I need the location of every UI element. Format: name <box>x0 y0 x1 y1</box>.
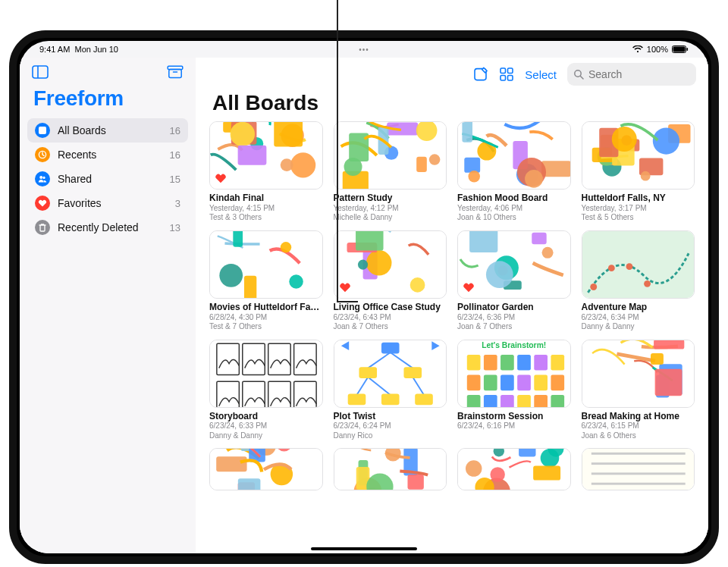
ipad-screen: 9:41 AM Mon Jun 10 ••• 100% Freeform All… <box>20 41 708 553</box>
svg-rect-107 <box>381 393 399 405</box>
svg-rect-104 <box>359 367 377 378</box>
board-card[interactable]: The Student Chronicle <box>582 448 695 490</box>
search-field[interactable] <box>567 63 696 86</box>
board-title: Living Office Case Study <box>334 302 447 313</box>
board-title: Bread Making at Home <box>582 412 695 422</box>
board-participants: Test & 7 Others <box>209 322 323 332</box>
board-title: Plot Twist <box>334 412 447 422</box>
board-card[interactable]: Pattern StudyYesterday, 4:12 PMMichelle … <box>334 121 447 223</box>
board-thumbnail <box>334 121 447 190</box>
svg-rect-29 <box>274 122 303 147</box>
new-board-icon[interactable] <box>473 67 488 82</box>
svg-rect-6 <box>169 70 181 78</box>
svg-rect-94 <box>217 343 240 374</box>
sidebar-item-label: Favorites <box>58 197 102 209</box>
svg-point-78 <box>542 247 554 258</box>
svg-rect-152 <box>407 475 423 490</box>
sidebar-item-recents[interactable]: Recents16 <box>27 143 188 167</box>
sidebar-item-recently-deleted[interactable]: Recently Deleted13 <box>27 215 188 240</box>
svg-rect-84 <box>532 233 546 245</box>
svg-point-63 <box>640 171 650 181</box>
svg-rect-121 <box>500 374 514 390</box>
svg-rect-75 <box>356 231 383 251</box>
search-input[interactable] <box>588 68 708 80</box>
app-title: Freeform <box>27 83 188 118</box>
board-thumbnail: The Student Chronicle <box>582 448 695 490</box>
svg-point-49 <box>525 170 543 188</box>
archive-icon[interactable] <box>167 65 184 79</box>
board-card[interactable] <box>334 448 447 490</box>
board-title: Brainstorm Session <box>457 412 571 422</box>
favorite-heart-icon <box>215 172 227 184</box>
board-card[interactable]: Bread Making at Home6/23/24, 6:15 PMJoan… <box>582 340 695 441</box>
svg-rect-124 <box>551 374 564 390</box>
board-timestamp: Yesterday, 3:17 PM <box>582 204 695 214</box>
sidebar-item-count: 16 <box>170 149 180 161</box>
svg-rect-120 <box>484 374 497 390</box>
svg-rect-83 <box>469 231 497 252</box>
board-card[interactable]: Storyboard6/23/24, 6:33 PMDanny & Danny <box>209 340 323 441</box>
board-card[interactable]: Hutteldorf Falls, NYYesterday, 3:17 PMTe… <box>582 121 695 223</box>
board-card[interactable]: Kindah FinalYesterday, 4:15 PMTest & 3 O… <box>209 121 323 223</box>
svg-rect-130 <box>551 395 564 407</box>
svg-rect-171 <box>591 483 685 485</box>
board-card[interactable]: Pollinator Garden6/23/24, 6:36 PMJoan & … <box>457 230 571 332</box>
svg-rect-97 <box>294 343 317 374</box>
board-participants: Michelle & Danny <box>334 213 447 223</box>
sidebar-item-shared[interactable]: Shared15 <box>27 167 188 191</box>
svg-point-24 <box>231 122 255 146</box>
toolbar: Select <box>196 58 708 88</box>
sidebar-item-icon <box>35 147 50 162</box>
main-panel: Select All Boards Kindah FinalYesterday,… <box>196 58 708 553</box>
board-card[interactable] <box>209 448 323 490</box>
board-card[interactable]: Let's Brainstorm!Brainstorm Session6/23/… <box>457 340 571 441</box>
board-card[interactable]: Plot Twist6/23/24, 6:24 PMDanny Rico <box>334 340 447 441</box>
svg-rect-127 <box>500 395 514 407</box>
callout-line <box>337 0 338 302</box>
board-timestamp: 6/23/24, 6:15 PM <box>582 421 695 431</box>
board-thumbnail <box>582 340 695 408</box>
multitask-dots-icon[interactable]: ••• <box>359 45 369 54</box>
svg-point-90 <box>644 280 651 287</box>
board-timestamp: Yesterday, 4:15 PM <box>209 204 323 214</box>
board-thumbnail <box>457 121 571 190</box>
svg-rect-142 <box>238 479 261 490</box>
svg-point-38 <box>428 154 440 165</box>
home-indicator[interactable] <box>311 547 417 550</box>
svg-point-89 <box>626 263 632 270</box>
board-card[interactable]: Adventure Map6/23/24, 6:34 PMDanny & Dan… <box>582 230 695 332</box>
svg-rect-113 <box>467 355 481 371</box>
svg-rect-136 <box>651 353 664 365</box>
toggle-sidebar-icon[interactable] <box>32 65 49 79</box>
board-thumbnail <box>582 121 695 190</box>
board-card[interactable]: Living Office Case Study6/23/24, 6:43 PM… <box>334 230 447 332</box>
svg-rect-106 <box>347 393 366 405</box>
select-button[interactable]: Select <box>525 68 557 81</box>
wifi-icon <box>632 45 643 53</box>
svg-point-11 <box>42 177 45 179</box>
board-card[interactable] <box>457 448 571 490</box>
battery-icon <box>672 45 689 53</box>
svg-rect-13 <box>500 68 506 74</box>
board-participants: Danny & Danny <box>209 431 323 441</box>
svg-rect-16 <box>508 76 513 81</box>
svg-point-87 <box>590 284 597 290</box>
board-title: Adventure Map <box>582 302 695 313</box>
board-card[interactable]: Fashion Mood BoardYesterday, 4:06 PMJoan… <box>457 121 571 223</box>
sidebar-item-favorites[interactable]: Favorites3 <box>27 191 188 215</box>
svg-rect-122 <box>517 374 531 390</box>
board-title: Kindah Final <box>209 193 323 204</box>
board-card[interactable]: Movies of Hutteldorf Fa…6/28/24, 4:30 PM… <box>209 230 323 332</box>
svg-rect-2 <box>687 48 689 51</box>
view-options-icon[interactable] <box>499 67 514 82</box>
svg-point-10 <box>39 176 42 179</box>
svg-rect-47 <box>464 158 480 173</box>
sidebar-item-all-boards[interactable]: All Boards16 <box>27 118 188 143</box>
board-thumbnail <box>209 230 323 299</box>
svg-rect-103 <box>381 342 399 353</box>
svg-rect-163 <box>519 449 535 457</box>
sidebar: Freeform All Boards16Recents16Shared15Fa… <box>20 58 196 553</box>
board-thumbnail <box>457 230 571 299</box>
page-title: All Boards <box>196 88 708 120</box>
status-bar: 9:41 AM Mon Jun 10 ••• 100% <box>20 41 708 58</box>
